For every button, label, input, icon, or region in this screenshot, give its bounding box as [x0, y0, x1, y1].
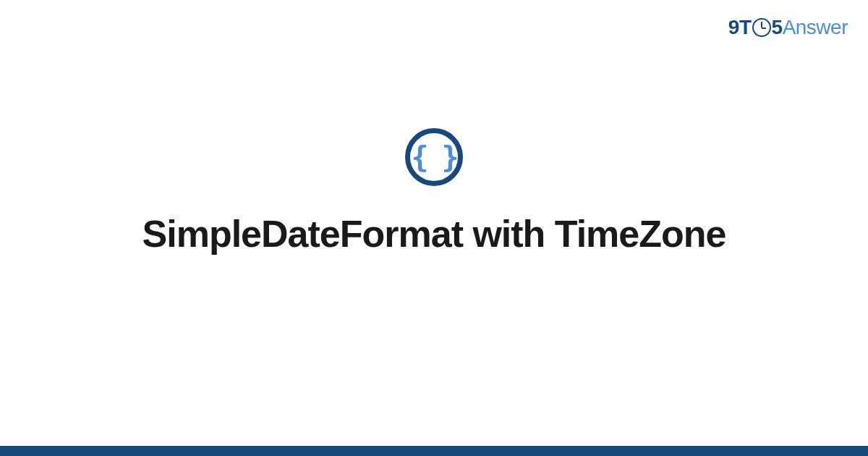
curly-braces-icon: { }: [405, 128, 463, 186]
main-content: { } SimpleDateFormat with TimeZone: [0, 0, 868, 456]
footer-bar: [0, 446, 868, 456]
braces-glyph: { }: [411, 143, 456, 172]
page-title: SimpleDateFormat with TimeZone: [142, 212, 726, 256]
